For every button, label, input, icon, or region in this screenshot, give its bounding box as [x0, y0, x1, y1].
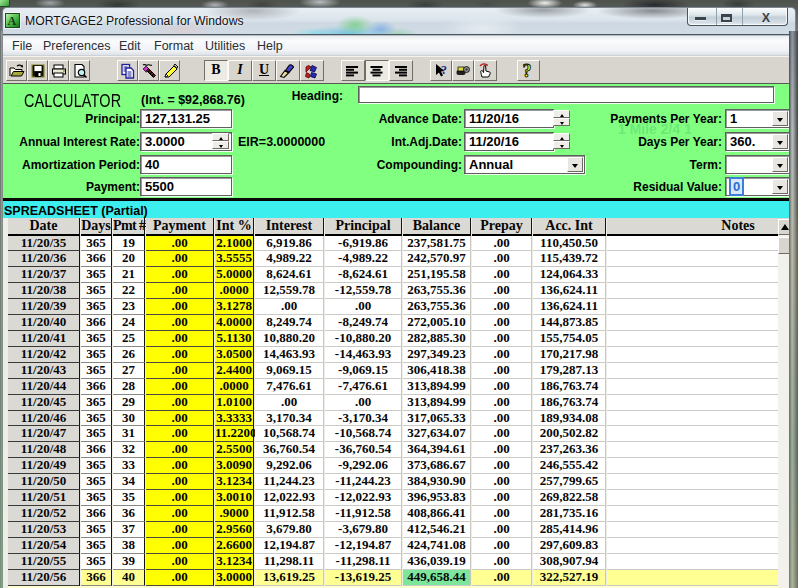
svg-text:?: ?: [523, 62, 532, 80]
svg-text:?: ?: [441, 63, 447, 77]
